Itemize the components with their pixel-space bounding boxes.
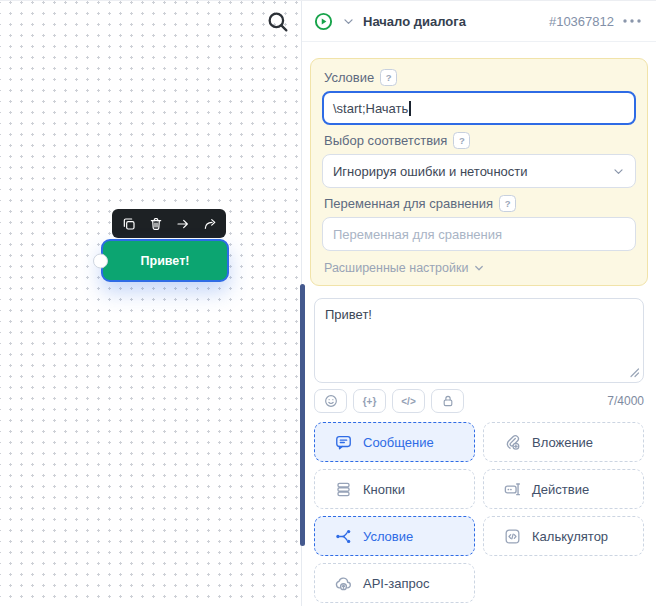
component-attachment-button[interactable]: Вложение <box>483 422 644 462</box>
chevron-down-icon <box>473 262 485 274</box>
arrow-right-icon <box>175 216 191 232</box>
node-input-port[interactable] <box>93 253 108 268</box>
ellipsis-icon <box>622 18 642 24</box>
component-accent-bar <box>300 284 305 546</box>
buttons-icon <box>334 480 353 499</box>
copy-node-button[interactable] <box>115 209 142 238</box>
component-label: Условие <box>363 529 413 544</box>
help-icon[interactable]: ? <box>380 69 397 86</box>
variable-icon: {+} <box>363 396 377 407</box>
calculator-icon <box>503 527 522 546</box>
action-icon <box>503 480 522 499</box>
match-select[interactable]: Игнорируя ошибки и неточности <box>322 154 636 188</box>
node-menu-button[interactable] <box>622 18 642 24</box>
attachment-icon <box>503 433 522 452</box>
component-label: Сообщение <box>363 435 434 450</box>
help-icon[interactable]: ? <box>499 195 516 212</box>
char-counter: 7/4000 <box>607 394 644 408</box>
panel-header: Начало диалога #10367812 <box>302 1 656 42</box>
component-api-button[interactable]: API-запрос <box>314 563 475 603</box>
node-id: #10367812 <box>549 14 614 29</box>
trash-icon <box>148 216 164 232</box>
advanced-settings-toggle[interactable]: Расширенные настройки <box>324 261 634 275</box>
message-editor <box>314 298 644 383</box>
variable-input[interactable] <box>322 217 636 251</box>
component-label: Вложение <box>532 435 593 450</box>
condition-value: \start;Начать <box>333 101 408 116</box>
match-label: Выбор соответствия ? <box>324 132 634 149</box>
variable-label: Переменная для сравнения ? <box>324 195 634 212</box>
component-buttons-button[interactable]: Кнопки <box>314 469 475 509</box>
run-button[interactable] <box>313 11 334 32</box>
node-title: Начало диалога <box>363 14 466 29</box>
emoji-button[interactable] <box>314 389 347 413</box>
message-textarea[interactable] <box>314 298 644 383</box>
condition-input[interactable]: \start;Начать <box>322 91 636 125</box>
chevron-down-icon <box>612 165 625 178</box>
message-toolbar: {+} </> 7/4000 <box>314 389 644 413</box>
lock-icon <box>440 393 456 409</box>
collapse-button[interactable] <box>342 15 355 28</box>
component-message-button[interactable]: Сообщение <box>314 422 475 462</box>
connect-node-button[interactable] <box>169 209 196 238</box>
flow-builder-app: Привет! Начало диал <box>0 0 656 606</box>
match-selected-value: Игнорируя ошибки и неточности <box>333 164 528 179</box>
delete-node-button[interactable] <box>142 209 169 238</box>
chevron-down-icon <box>342 15 355 28</box>
message-icon <box>334 433 353 452</box>
component-calculator-button[interactable]: Калькулятор <box>483 516 644 556</box>
share-icon <box>202 216 218 232</box>
condition-icon <box>334 527 353 546</box>
component-label: Калькулятор <box>532 529 608 544</box>
share-node-button[interactable] <box>196 209 223 238</box>
code-icon: </> <box>401 396 415 407</box>
emoji-icon <box>323 393 339 409</box>
component-label: Действие <box>532 482 589 497</box>
node-toolbar <box>112 209 226 238</box>
component-label: API-запрос <box>363 576 429 591</box>
api-icon <box>334 574 353 593</box>
search-button[interactable] <box>264 8 292 36</box>
component-label: Кнопки <box>363 482 405 497</box>
node-settings-panel: Начало диалога #10367812 Условие ? \star… <box>301 1 656 606</box>
flow-node-start[interactable]: Привет! <box>101 239 229 282</box>
condition-label: Условие ? <box>324 69 634 86</box>
component-condition-button[interactable]: Условие <box>314 516 475 556</box>
lock-button[interactable] <box>431 389 464 413</box>
node-label: Привет! <box>141 254 190 268</box>
flow-canvas[interactable]: Привет! <box>0 1 301 606</box>
condition-card: Условие ? \start;Начать Выбор соответств… <box>310 58 648 286</box>
component-buttons: Сообщение Вложение Кнопки <box>314 422 644 603</box>
insert-code-button[interactable]: </> <box>392 389 425 413</box>
search-icon <box>265 9 291 35</box>
component-action-button[interactable]: Действие <box>483 469 644 509</box>
insert-variable-button[interactable]: {+} <box>353 389 386 413</box>
text-cursor <box>409 101 411 116</box>
help-icon[interactable]: ? <box>453 132 470 149</box>
play-icon <box>313 11 334 32</box>
copy-icon <box>121 216 137 232</box>
